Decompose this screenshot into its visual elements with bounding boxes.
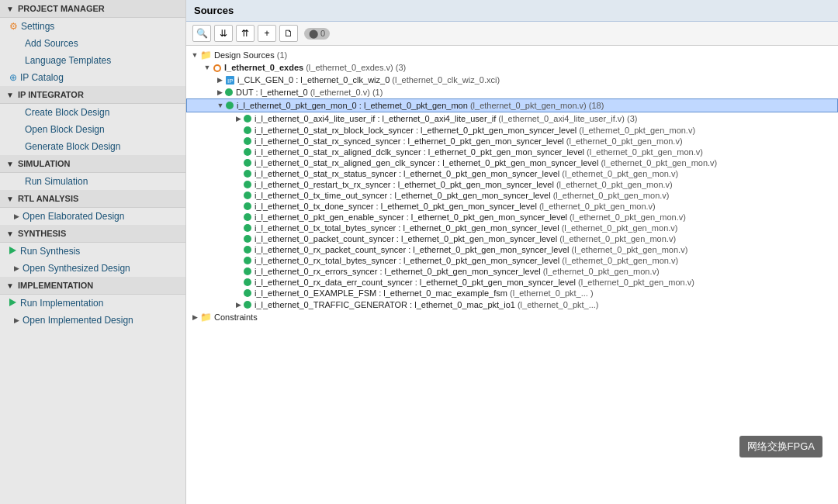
sidebar-item-generate-block-design: Generate Block Design [0, 138, 185, 155]
tx-time-out-label: i_l_ethernet_0_tx_time_out_syncer : l_et… [255, 191, 669, 200]
dut-label: DUT : l_ethernet_0 (l_ethernet_0.v) (1) [236, 88, 383, 97]
axi4-label: i_l_ethernet_0_axi4_lite_user_if : l_eth… [255, 114, 637, 123]
sidebar-item-settings[interactable]: ⚙ Settings [0, 18, 185, 35]
section-sim-items: Run Simulation [0, 173, 185, 190]
sources-tree[interactable]: ▼ 📁 Design Sources (1) ▼ l_ethernet_0_ex… [186, 46, 838, 504]
sidebar-item-language-templates[interactable]: Language Templates [0, 52, 185, 69]
sidebar-item-create-block-design[interactable]: Create Block Design [0, 104, 185, 121]
exdes-row[interactable]: ▼ l_ethernet_0_exdes (l_ethernet_0_exdes… [186, 61, 838, 74]
section-rtl-label: RTL ANALYSIS [18, 194, 78, 203]
constraints-row[interactable]: ▶ 📁 Constraints [186, 311, 838, 323]
sidebar-item-run-synthesis[interactable]: Run Synthesis [0, 243, 185, 260]
rx-errors-row: i_l_ethernet_0_rx_errors_syncer : l_ethe… [186, 266, 838, 277]
pkt-gen-mon-dot [226, 102, 234, 109]
rx-total-bytes-dot [244, 257, 251, 264]
design-sources-label: Design Sources (1) [214, 50, 287, 60]
sidebar-item-add-sources[interactable]: Add Sources [0, 35, 185, 52]
pkt-gen-mon-expand[interactable]: ▼ [215, 100, 226, 111]
section-simulation-label: SIMULATION [18, 159, 71, 168]
stat-rx-block-lock-label: i_l_ethernet_0_stat_rx_block_lock_syncer… [255, 126, 695, 135]
stat-rx-synced-label: i_l_ethernet_0_stat_rx_synced_syncer : l… [255, 136, 683, 146]
traffic-gen-dot [244, 301, 251, 309]
section-rtl-items: ▶ Open Elaborated Design [0, 208, 185, 225]
sidebar-item-ip-catalog[interactable]: ⊕ IP Catalog [0, 69, 185, 86]
exdes-label: l_ethernet_0_exdes (l_ethernet_0_exdes.v… [224, 63, 406, 72]
tx-total-bytes-row: i_l_ethernet_0_tx_total_bytes_syncer : l… [186, 223, 838, 233]
packet-count-dot [244, 235, 251, 243]
section-impl-items: Run Implementation ▶ Open Implemented De… [0, 295, 185, 329]
sidebar-item-run-implementation[interactable]: Run Implementation [0, 295, 185, 312]
rx-total-bytes-label: i_l_ethernet_0_rx_total_bytes_syncer : l… [255, 256, 678, 265]
traffic-gen-label: i_l_ethernet_0_TRAFFIC_GENERATOR : l_eth… [255, 300, 599, 309]
section-rtl-analysis[interactable]: ▼ RTL ANALYSIS [0, 190, 185, 208]
svg-point-1 [215, 66, 220, 71]
section-implementation[interactable]: ▼ IMPLEMENTATION [0, 277, 185, 295]
count-badge: ⬤ 0 [304, 28, 330, 40]
rx-data-err-dot [244, 278, 251, 286]
sidebar: ▼ PROJECT MANAGER ⚙ Settings Add Sources… [0, 0, 186, 504]
section-synthesis[interactable]: ▼ SYNTHESIS [0, 225, 185, 243]
packet-count-row: i_l_ethernet_0_packet_count_syncer : l_e… [186, 233, 838, 244]
rx-data-err-label: i_l_ethernet_0_rx_data_err_count_syncer … [255, 278, 694, 287]
chevron-right-icon-2: ▶ [14, 264, 19, 272]
rx-packet-count-dot [244, 246, 251, 254]
traffic-gen-expand[interactable]: ▶ [233, 299, 244, 310]
add-button[interactable]: + [258, 25, 276, 42]
traffic-gen-row: ▶ i_l_ethernet_0_TRAFFIC_GENERATOR : l_e… [186, 299, 838, 311]
stat-rx-status-dot [244, 170, 251, 178]
sidebar-item-open-implemented-design[interactable]: ▶ Open Implemented Design [0, 312, 185, 329]
restart-tx-rx-dot [244, 181, 251, 188]
rx-total-bytes-row: i_l_ethernet_0_rx_total_bytes_syncer : l… [186, 255, 838, 266]
design-sources-expand[interactable]: ▼ [189, 50, 200, 60]
restart-tx-rx-label: i_l_ethernet_0_restart_tx_rx_syncer : l_… [255, 180, 673, 189]
sources-panel-title: Sources [186, 0, 838, 22]
stat-rx-block-lock-dot [244, 126, 251, 134]
rx-data-err-row: i_l_ethernet_0_rx_data_err_count_syncer … [186, 277, 838, 288]
delete-button[interactable]: 🗋 [279, 25, 298, 42]
clk-gen-expand[interactable]: ▶ [214, 74, 225, 85]
section-syn-items: Run Synthesis ▶ Open Synthesized Design [0, 243, 185, 277]
main-panel: Sources 🔍 ⇊ ⇈ + 🗋 ⬤ 0 ▼ 📁 Design Sources… [186, 0, 838, 504]
pkt-gen-enable-row: i_l_ethernet_0_pkt_gen_enable_syncer : l… [186, 212, 838, 223]
section-project-manager[interactable]: ▼ PROJECT MANAGER [0, 0, 185, 18]
pkt-gen-enable-dot [244, 213, 251, 221]
constraints-expand[interactable]: ▶ [189, 312, 200, 323]
sidebar-item-open-elaborated-design[interactable]: ▶ Open Elaborated Design [0, 208, 185, 225]
filter-down-button[interactable]: ⇊ [214, 25, 233, 42]
chevron-right-icon: ▶ [14, 212, 19, 220]
constraints-folder-icon: 📁 [200, 312, 212, 323]
dut-expand[interactable]: ▶ [214, 87, 225, 98]
pkt-gen-mon-label: i_l_ethernet_0_pkt_gen_mon_0 : l_etherne… [237, 101, 604, 110]
chevron-right-icon-3: ▶ [14, 316, 19, 324]
ip-expand-arrow: ▼ [6, 91, 14, 99]
axi4-expand[interactable]: ▶ [233, 113, 244, 124]
sidebar-item-open-synthesized-design[interactable]: ▶ Open Synthesized Design [0, 260, 185, 277]
tx-done-dot [244, 202, 251, 210]
exdes-expand[interactable]: ▼ [202, 62, 213, 73]
section-ip-integrator-label: IP INTEGRATOR [18, 90, 84, 99]
stat-rx-aligned-dclk-label: i_l_ethernet_0_stat_rx_aligned_dclk_sync… [255, 147, 703, 157]
stat-rx-aligned-gen-clk-row: i_l_ethernet_0_stat_rx_aligned_gen_clk_s… [186, 157, 838, 168]
search-button[interactable]: 🔍 [192, 25, 211, 42]
section-pm-items: ⚙ Settings Add Sources Language Template… [0, 18, 185, 86]
section-ip-integrator[interactable]: ▼ IP INTEGRATOR [0, 86, 185, 104]
stat-rx-aligned-gen-clk-dot [244, 159, 251, 167]
exdes-dot-orange [213, 64, 222, 73]
clk-gen-icon: IP [225, 75, 235, 85]
section-implementation-label: IMPLEMENTATION [18, 281, 93, 290]
clk-gen-row[interactable]: ▶ IP i_CLK_GEN_0 : l_ethernet_0_clk_wiz_… [186, 74, 838, 86]
stat-rx-synced-dot [244, 137, 251, 145]
pkt-gen-mon-row[interactable]: ▼ i_l_ethernet_0_pkt_gen_mon_0 : l_ether… [186, 98, 838, 112]
section-simulation[interactable]: ▼ SIMULATION [0, 155, 185, 173]
section-ip-items: Create Block Design Open Block Design Ge… [0, 104, 185, 155]
design-sources-row[interactable]: ▼ 📁 Design Sources (1) [186, 49, 838, 61]
collapse-button[interactable]: ⇈ [236, 25, 255, 42]
pkt-gen-enable-label: i_l_ethernet_0_pkt_gen_enable_syncer : l… [255, 212, 686, 222]
axi4-row[interactable]: ▶ i_l_ethernet_0_axi4_lite_user_if : l_e… [186, 112, 838, 125]
rx-errors-dot [244, 268, 251, 275]
svg-text:IP: IP [227, 78, 234, 85]
tx-done-row: i_l_ethernet_0_tx_done_syncer : l_ethern… [186, 201, 838, 212]
dut-row[interactable]: ▶ DUT : l_ethernet_0 (l_ethernet_0.v) (1… [186, 86, 838, 98]
sidebar-item-run-simulation[interactable]: Run Simulation [0, 173, 185, 190]
example-fsm-dot [244, 289, 251, 297]
